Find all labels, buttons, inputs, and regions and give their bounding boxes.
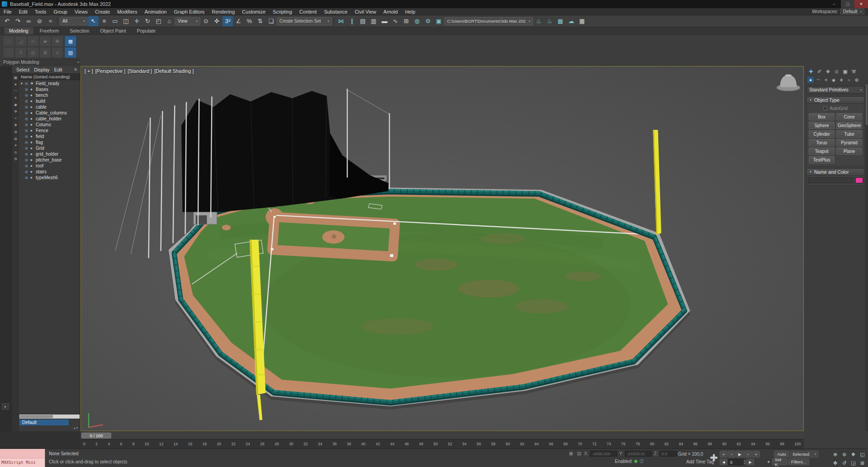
visibility-icon[interactable]: ◎ [25,176,29,180]
z-coordinate-field[interactable]: 0,0 [660,451,677,457]
object-type-button[interactable]: GeoSphere [836,122,862,129]
scene-object-row[interactable]: ◎ ● Cable_columns [19,110,80,116]
scene-object-row[interactable]: ◎ ● bench [19,92,80,98]
zoom-all-icon[interactable]: ⊜ [840,450,849,458]
key-filters-button[interactable]: Filters... [788,458,809,465]
explorer-menu-item[interactable]: Select [14,67,32,72]
viewport-label-segment[interactable]: [ + ] [85,68,93,74]
visibility-icon[interactable]: ◎ [25,87,29,91]
display-everything-icon[interactable]: ▦ [13,75,19,80]
shift-tool-icon[interactable]: ⇧ [15,47,27,58]
display-tab-icon[interactable]: ▣ [842,68,849,75]
explorer-menu-item[interactable]: Edit [52,67,65,72]
explorer-sort-header[interactable]: Name (Sorted Ascending) [19,74,80,80]
scene-object-label[interactable]: Cable_columns [36,110,67,115]
object-type-button[interactable]: Pyramid [836,139,862,146]
collapse-stack-icon[interactable]: ∨ [52,47,63,58]
maxscript-mini-listener[interactable]: MAXScript Mini [0,449,45,467]
use-pivot-center-icon[interactable]: ⊙ [201,16,211,26]
render-setup-icon[interactable]: ⚙ [423,16,433,26]
hierarchy-tab-icon[interactable]: ❖ [825,68,831,75]
align-icon[interactable]: ∥ [347,16,357,26]
menu-item[interactable]: Edit [15,9,31,14]
ribbon-tab-selection[interactable]: Selection [65,27,94,34]
create-tab-icon[interactable]: ✚ [807,68,814,75]
explorer-spinner[interactable]: ▴▾ [19,425,80,431]
home-plate[interactable] [274,216,276,218]
object-name-field[interactable] [808,177,854,183]
explorer-close-icon[interactable]: ✕ [74,67,78,72]
show-end-result-icon[interactable]: ▧ [65,47,76,58]
object-type-button[interactable]: Sphere [809,122,835,129]
rendered-frame-icon[interactable]: ▣ [434,16,444,26]
display-groups-icon[interactable]: ❖ [13,123,19,128]
display-shapes-icon[interactable]: ◠ [13,89,19,94]
menu-item[interactable]: Customize [238,9,269,14]
go-to-end-icon[interactable]: » [752,451,760,457]
shapes-category-icon[interactable]: ◠ [815,77,821,83]
menu-item[interactable]: Animation [141,9,170,14]
scene-object-row[interactable]: ◎ ● cable_holder [19,116,80,122]
scene-object-row[interactable]: ◎ ● typeMesh6 [19,175,80,181]
viewport-3d-scene[interactable] [81,67,803,431]
menu-item[interactable]: Modifiers [113,9,141,14]
explorer-default-row[interactable]: Default [19,419,69,425]
polygon-modeling-panel-caption[interactable]: Polygon Modeling [3,59,80,66]
menu-item[interactable]: Substance [321,9,351,14]
object-type-button[interactable]: Teapot [809,148,835,155]
subcategory-dropdown[interactable]: Standard Primitives [807,86,864,94]
object-color-swatch[interactable] [855,177,863,183]
redo-icon[interactable]: ↷ [13,16,23,26]
ribbon-tab-object-paint[interactable]: Object Paint [95,27,131,34]
object-type-button[interactable]: TextPlus [809,156,835,163]
select-and-manipulate-icon[interactable]: ✜ [212,16,222,26]
scene-object-row[interactable]: ◎ ● Grid [19,145,80,151]
select-and-scale-icon[interactable]: ◰ [153,16,164,26]
time-slider[interactable]: 0 / 100 [80,431,804,439]
render-iterative-icon[interactable]: ♨ [544,16,555,26]
scene-object-row[interactable]: ◎ ● grid_holder [19,151,80,157]
preview-toggle-icon[interactable]: ◌ [3,47,14,58]
menu-item[interactable]: Graph Editors [170,9,208,14]
scene-object-label[interactable]: Bases [36,87,48,92]
menu-item[interactable]: Tools [31,9,50,14]
scene-object-row[interactable]: ◎ ● Fence [19,128,80,133]
pan-icon[interactable]: ✥ [831,459,840,467]
next-key-icon[interactable]: ▶ [746,459,754,465]
menu-item[interactable]: Civil View [351,9,380,14]
adaptive-degradation-status[interactable]: Enabled: ⓘ [615,458,643,464]
object-type-button[interactable]: Torus [809,139,835,146]
select-by-name-icon[interactable]: ≡ [99,16,109,26]
menu-item[interactable]: Create [91,9,113,14]
menu-item[interactable]: Content [296,9,321,14]
dock-expand-button[interactable]: ▸ [2,403,9,410]
curve-editor-icon[interactable]: ∿ [390,16,401,26]
display-materials-icon[interactable]: ◍ [13,136,19,141]
named-selection-sets-icon[interactable]: ❏ [266,16,276,26]
key-icon[interactable]: ✦ [766,459,771,465]
scene-object-label[interactable]: cable [36,105,47,110]
minimize-button[interactable]: – [827,0,841,8]
render-cloud-icon[interactable]: ☁ [566,16,576,26]
visibility-icon[interactable]: ◎ [25,158,29,162]
reference-coordinate-dropdown[interactable]: View [175,17,200,25]
maximize-viewport-icon[interactable]: ⊞ [858,459,867,467]
ribbon-toggle-icon[interactable]: ▬ [379,16,390,26]
visibility-icon[interactable]: ◎ [25,170,29,174]
absolute-mode-icon[interactable]: ⊞ [568,451,574,456]
listener-line[interactable]: MAXScript Mini [0,458,45,467]
scene-object-label[interactable]: build [36,99,45,104]
vertex-mode-icon[interactable]: ∴ [3,36,14,47]
play-icon[interactable]: ▶ [736,451,744,457]
visibility-icon[interactable]: ◎ [25,105,29,109]
display-cameras-icon[interactable]: ◉ [13,102,19,107]
field-of-view-icon[interactable]: ◲ [849,459,858,467]
edge-mode-icon[interactable]: ◿ [15,36,27,47]
menu-item[interactable]: Views [71,9,91,14]
scene-object-label[interactable]: pitcher_base [36,157,61,162]
geometry-category-icon[interactable]: ● [807,77,814,83]
scene-object-label[interactable]: cable_holder [36,116,61,121]
workspaces-dropdown[interactable]: Default [840,9,864,14]
menu-item[interactable]: Group [50,9,71,14]
spacewarps-category-icon[interactable]: ≈ [846,77,852,83]
